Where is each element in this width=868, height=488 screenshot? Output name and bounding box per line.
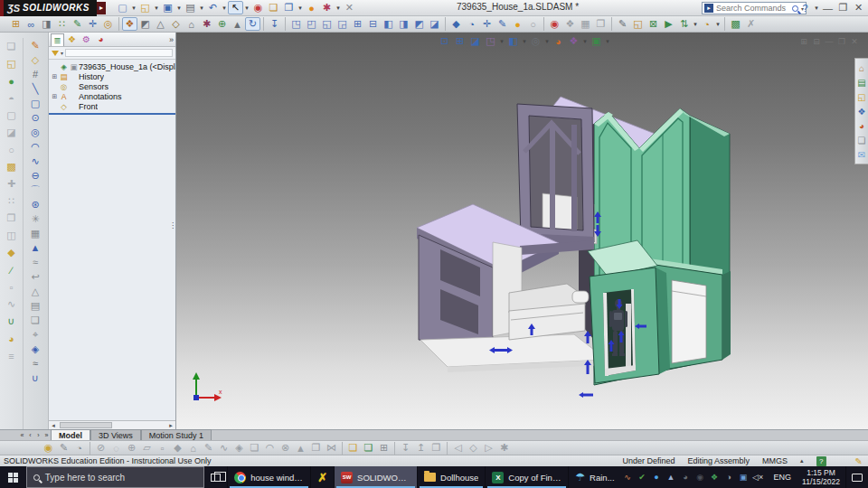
- play-icon[interactable]: ▶: [661, 17, 676, 31]
- dropdown-arrow[interactable]: ▾: [175, 1, 183, 14]
- dropdown-arrow[interactable]: ▾: [130, 1, 137, 14]
- dropdown-arrow[interactable]: ▾: [221, 1, 228, 14]
- pattern-grid-icon[interactable]: ▦: [28, 226, 43, 240]
- dropdown-arrow[interactable]: ▾: [692, 17, 699, 31]
- print-icon[interactable]: ▤: [183, 1, 198, 14]
- tree-item-annotations[interactable]: ⊞ A Annotations: [49, 92, 175, 102]
- new-motion-study-icon[interactable]: △: [153, 17, 168, 31]
- tree-item-sensors[interactable]: ◎ Sensors: [49, 81, 175, 91]
- tag-icon[interactable]: ✎: [855, 456, 863, 466]
- sketch-icon[interactable]: ✎: [615, 17, 630, 31]
- tool-icon[interactable]: ∪: [4, 313, 19, 330]
- options-icon[interactable]: ✱: [319, 1, 335, 14]
- show-hidden-icon[interactable]: ◎: [100, 17, 116, 31]
- view-orientation-icon[interactable]: ◳: [483, 34, 498, 48]
- rebuild-icon[interactable]: ◉: [250, 1, 266, 14]
- pinwheel-icon[interactable]: ❖: [708, 473, 722, 482]
- open-icon[interactable]: ◱: [137, 1, 153, 14]
- undo-icon[interactable]: ↶: [205, 1, 221, 14]
- sketch-pencil-icon[interactable]: ✎: [28, 38, 43, 52]
- scroll-right-icon[interactable]: ▸: [166, 422, 175, 429]
- hidden-ball-icon[interactable]: ○: [525, 17, 541, 31]
- grid-icon[interactable]: ▦: [578, 17, 593, 31]
- view-cube-icon[interactable]: ◪: [427, 17, 442, 31]
- tool-icon[interactable]: ⊗: [278, 442, 293, 455]
- tool-icon[interactable]: ◌: [108, 442, 124, 455]
- tab-motion-study[interactable]: Motion Study 1: [141, 429, 212, 440]
- prev-icon[interactable]: ◁: [450, 442, 466, 455]
- taskbar-weather-widget[interactable]: ☂ Rain...: [568, 466, 620, 488]
- assembly-features-icon[interactable]: ❖: [122, 17, 137, 31]
- pan-icon[interactable]: ✛: [479, 17, 495, 31]
- wireframe-icon[interactable]: ◆: [448, 17, 464, 31]
- taskbar-clock[interactable]: 1:15 PM 11/15/2022: [797, 466, 845, 488]
- tree-horizontal-scrollbar[interactable]: ◂ ▸: [49, 420, 175, 429]
- ellipse-icon[interactable]: ⊖: [28, 168, 43, 183]
- restore-doc-icon[interactable]: ❐: [835, 34, 848, 48]
- view-cube-icon[interactable]: ◩: [411, 17, 427, 31]
- fillet-icon[interactable]: ⌒: [28, 183, 43, 197]
- dropdown-arrow[interactable]: ▾: [335, 1, 342, 14]
- next-icon[interactable]: ▷: [481, 442, 496, 455]
- onedrive-icon[interactable]: ●: [650, 473, 664, 482]
- tool-icon[interactable]: ▩: [4, 158, 19, 175]
- view-settings-icon[interactable]: ▣: [589, 34, 604, 48]
- dimension-icon[interactable]: #: [28, 67, 43, 81]
- minimize-icon[interactable]: —: [820, 1, 835, 14]
- sheet-icon[interactable]: ❏: [28, 313, 43, 327]
- tool-icon[interactable]: ⊕: [124, 442, 139, 455]
- alert-icon[interactable]: △: [28, 284, 43, 298]
- search-commands-box[interactable]: ▸ Search Commands ▾: [702, 2, 807, 14]
- mirror-icon[interactable]: ↩: [28, 269, 43, 284]
- file-properties-icon[interactable]: ❏: [266, 1, 281, 14]
- forum-icon[interactable]: ✉: [856, 147, 868, 162]
- panes-icon[interactable]: ❐: [429, 442, 444, 455]
- tool-icon[interactable]: ⊘: [93, 442, 108, 455]
- panel-splitter-handle[interactable]: ⋮: [169, 224, 176, 227]
- menu-expand-icon[interactable]: ▸: [97, 2, 106, 14]
- open-recent-icon[interactable]: ◱: [630, 17, 646, 31]
- view-cube-icon[interactable]: ◨: [396, 17, 411, 31]
- displaymanager-tab[interactable]: ◕: [94, 33, 108, 46]
- appearance-ball-icon[interactable]: ●: [510, 17, 525, 31]
- window-icon[interactable]: ❐: [281, 1, 297, 14]
- select-icon[interactable]: ↖: [228, 1, 243, 14]
- tool-icon[interactable]: ∿: [4, 296, 19, 313]
- tab-model[interactable]: Model: [51, 429, 90, 440]
- tool-icon[interactable]: ❏: [247, 442, 262, 455]
- close-icon[interactable]: ✕: [851, 1, 866, 14]
- stocks-icon[interactable]: ∿: [621, 473, 635, 482]
- tool-icon[interactable]: ◆: [170, 442, 185, 455]
- pointer-icon[interactable]: ⌖: [28, 327, 43, 342]
- spline-icon[interactable]: ∿: [28, 154, 43, 168]
- taskbar-app-x[interactable]: ✗: [310, 466, 334, 488]
- view-cube-icon[interactable]: ◧: [381, 17, 396, 31]
- minimize-doc-icon[interactable]: —: [823, 34, 835, 48]
- filter-field[interactable]: [65, 49, 173, 57]
- rectangle-icon[interactable]: ▢: [28, 96, 43, 110]
- tree-item-history[interactable]: ⊞ ▤ History: [49, 71, 175, 81]
- zoom-area-icon[interactable]: ⊞: [452, 34, 467, 48]
- tree-item-assembly-root[interactable]: ◈ ▣ 739635_House_1a (<Display State-5: [49, 61, 175, 71]
- dropdown-arrow[interactable]: ▾: [813, 1, 820, 14]
- dropdown-arrow[interactable]: ▾: [198, 1, 205, 14]
- file-explorer-icon[interactable]: ◱: [856, 89, 868, 104]
- view-cube-icon[interactable]: ⊟: [365, 17, 381, 31]
- gem-icon[interactable]: ◈: [28, 342, 43, 356]
- view-cube-icon[interactable]: ◲: [335, 17, 350, 31]
- scene-icon[interactable]: ❖: [566, 34, 581, 48]
- zoom-icon[interactable]: ◔: [464, 17, 479, 31]
- component-preview-icon[interactable]: ◨: [39, 17, 54, 31]
- reference-geometry-icon[interactable]: ◩: [137, 17, 153, 31]
- interference-detection-icon[interactable]: ✱: [199, 17, 214, 31]
- hatch-icon[interactable]: ▤: [28, 298, 43, 313]
- display-style-icon[interactable]: ◧: [505, 34, 521, 48]
- tool-icon[interactable]: ❏: [4, 38, 19, 55]
- restore-icon[interactable]: ❐: [835, 1, 851, 14]
- tool-icon[interactable]: ▫: [155, 442, 170, 455]
- tab-3d-views[interactable]: 3D Views: [90, 429, 141, 440]
- taskbar-app-excel[interactable]: X Copy of FindingS...: [485, 466, 568, 488]
- moon-icon[interactable]: ◑: [722, 473, 736, 482]
- tool-icon[interactable]: ✎: [201, 442, 216, 455]
- tool-icon[interactable]: ⋈: [324, 442, 339, 455]
